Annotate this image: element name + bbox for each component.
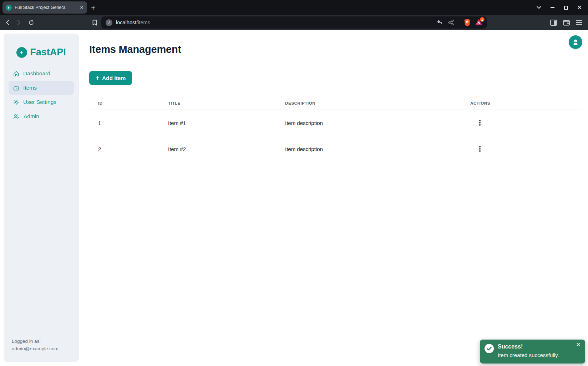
address-bar[interactable]: i localhost/items — [101, 16, 487, 29]
url-host: localhost — [116, 20, 136, 25]
fastapi-favicon-icon — [6, 5, 12, 11]
column-header-title: TITLE — [168, 101, 285, 105]
logged-in-email: admin@example.com — [12, 345, 59, 352]
success-check-icon — [485, 344, 494, 353]
plus-icon: + — [96, 74, 100, 81]
browser-window: Full Stack Project Genera ✕ + ✕ i — [0, 0, 588, 366]
row-actions-kebab-icon[interactable] — [475, 144, 485, 154]
add-item-button[interactable]: + Add Item — [89, 71, 132, 85]
bookmark-icon[interactable] — [90, 18, 99, 27]
main-content: Items Management + Add Item ID TITLE DES… — [89, 44, 583, 162]
user-avatar-icon — [572, 38, 579, 46]
rewards-badge: 1 — [480, 17, 485, 22]
cell-description: Item description — [285, 120, 470, 126]
page-title: Items Management — [89, 44, 583, 55]
users-icon — [13, 114, 20, 119]
app-logo: FastAPI — [4, 34, 79, 58]
url-text[interactable]: localhost/items — [116, 20, 150, 25]
site-info-icon[interactable]: i — [106, 19, 112, 26]
brave-rewards-icon[interactable]: 1 — [475, 19, 482, 26]
row-actions-kebab-icon[interactable] — [475, 118, 485, 127]
toolbar-right-icons — [550, 20, 582, 26]
brave-shield-icon[interactable] — [464, 19, 471, 26]
sidebar-item-label: Admin — [24, 113, 39, 120]
sidebar-item-label: User Settings — [23, 99, 56, 105]
table-row: 1 Item #1 Item description — [89, 110, 583, 136]
sidebar-nav: Dashboard Items User Settings Admin — [9, 66, 74, 124]
menu-hamburger-icon[interactable] — [576, 20, 582, 25]
sidebar-item-admin[interactable]: Admin — [9, 109, 74, 124]
tab-close-icon[interactable]: ✕ — [80, 5, 84, 10]
column-header-description: DESCRIPTION — [285, 101, 470, 105]
maximize-button[interactable] — [563, 5, 569, 10]
table-header-row: ID TITLE DESCRIPTION ACTIONS — [89, 96, 583, 110]
sidebar-item-label: Items — [23, 85, 37, 91]
wallet-icon[interactable] — [563, 20, 570, 26]
sidebar-item-items[interactable]: Items — [9, 81, 74, 95]
reload-button-icon[interactable] — [26, 18, 36, 27]
add-item-button-label: Add Item — [102, 75, 126, 81]
app-logo-text: FastAPI — [30, 47, 66, 58]
app-sidebar: FastAPI Dashboard Items User Settings — [4, 34, 79, 362]
tab-strip: Full Stack Project Genera ✕ + ✕ — [0, 0, 588, 15]
tab-search-icon[interactable] — [536, 5, 542, 10]
browser-toolbar: i localhost/items — [0, 15, 588, 30]
new-tab-button[interactable]: + — [91, 4, 95, 11]
toast-message: Item created successfully. — [498, 352, 559, 358]
cell-description: Item description — [285, 146, 470, 152]
tab-title: Full Stack Project Genera — [15, 5, 75, 10]
url-path: /items — [136, 20, 150, 25]
cell-title: Item #2 — [168, 146, 285, 152]
fastapi-logo-icon — [16, 47, 27, 58]
toast-close-icon[interactable]: ✕ — [576, 342, 581, 348]
sidebar-toggle-icon[interactable] — [550, 20, 557, 26]
tab-title-fade — [68, 1, 77, 14]
toolbar-separator — [459, 19, 459, 26]
forward-button-icon[interactable] — [14, 18, 24, 27]
cell-id: 2 — [89, 146, 168, 152]
cell-title: Item #1 — [168, 120, 285, 126]
back-button-icon[interactable] — [3, 18, 12, 27]
column-header-id: ID — [89, 101, 168, 105]
toast-title: Success! — [498, 344, 523, 350]
close-window-button[interactable]: ✕ — [577, 5, 582, 10]
table-body: 1 Item #1 Item description 2 Item #2 Ite… — [89, 110, 583, 162]
user-avatar-button[interactable] — [569, 35, 582, 49]
share-icon[interactable] — [448, 19, 454, 26]
logged-in-info: Logged in as: admin@example.com — [12, 337, 59, 352]
items-table: ID TITLE DESCRIPTION ACTIONS 1 Item #1 I… — [89, 96, 583, 162]
success-toast: Success! Item created successfully. ✕ — [480, 340, 585, 364]
window-controls: ✕ — [536, 5, 582, 10]
table-row: 2 Item #2 Item description — [89, 136, 583, 162]
gear-icon — [13, 99, 19, 105]
briefcase-icon — [13, 85, 19, 91]
minimize-button[interactable] — [549, 5, 555, 10]
sidebar-item-label: Dashboard — [23, 70, 50, 77]
logged-in-label: Logged in as: — [12, 337, 59, 345]
sidebar-item-dashboard[interactable]: Dashboard — [9, 66, 74, 81]
password-key-icon[interactable] — [436, 19, 443, 26]
sidebar-item-user-settings[interactable]: User Settings — [9, 95, 74, 109]
cell-id: 1 — [89, 120, 168, 126]
home-icon — [13, 71, 19, 77]
column-header-actions: ACTIONS — [470, 101, 583, 105]
browser-tab[interactable]: Full Stack Project Genera ✕ — [2, 1, 87, 14]
